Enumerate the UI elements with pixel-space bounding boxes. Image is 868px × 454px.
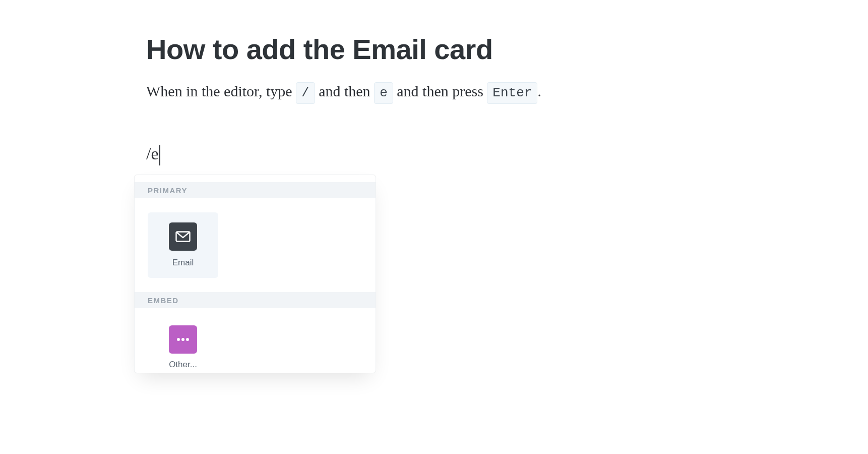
page-title: How to add the Email card — [146, 33, 868, 66]
menu-item-other[interactable]: Other... — [148, 322, 218, 370]
menu-group-header-embed: EMBED — [135, 292, 376, 308]
editor-typed-text[interactable]: /e — [146, 144, 160, 163]
svg-point-2 — [181, 338, 184, 341]
intro-paragraph: When in the editor, type / and then e an… — [146, 81, 868, 104]
email-icon — [169, 222, 197, 251]
kbd-e: e — [374, 82, 393, 104]
dots-icon — [169, 325, 197, 354]
kbd-slash: / — [296, 82, 315, 104]
intro-text-1: When in the editor, type — [146, 83, 296, 99]
svg-point-1 — [177, 338, 180, 341]
intro-text-2: and then — [315, 83, 374, 99]
slash-menu: PRIMARY Email EMBED — [134, 175, 376, 373]
page-root: How to add the Email card When in the ed… — [0, 0, 868, 373]
menu-item-email[interactable]: Email — [148, 212, 218, 278]
menu-item-label: Other... — [169, 360, 197, 370]
editor-area: /e PRIMARY Email EMBED — [146, 144, 868, 373]
menu-item-label: Email — [172, 258, 194, 268]
svg-point-3 — [186, 338, 189, 341]
kbd-enter: Enter — [487, 82, 537, 104]
menu-group-header-primary: PRIMARY — [135, 182, 376, 198]
menu-group-body-embed: Other... — [135, 308, 376, 373]
intro-text-4: . — [537, 83, 541, 99]
menu-group-body-primary: Email — [135, 198, 376, 292]
intro-text-3: and then press — [393, 83, 487, 99]
